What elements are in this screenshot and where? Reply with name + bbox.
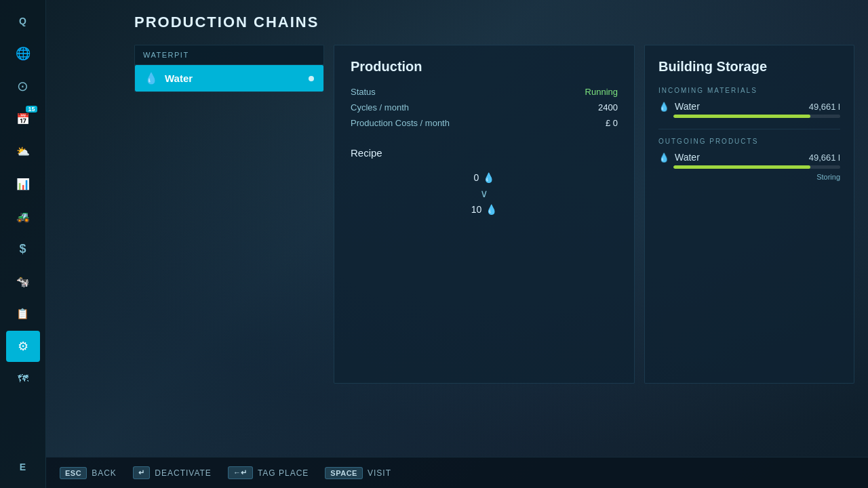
hotkey-visit-label: VISIT — [368, 468, 391, 478]
recipe-area: 0 💧 ∨ 10 💧 — [351, 172, 618, 215]
sidebar-item-cow[interactable]: 🐄 — [6, 266, 40, 297]
incoming-water-name: Water — [675, 101, 804, 112]
chains-list-wrapper: WATERPIT 💧 Water — [134, 45, 324, 92]
left-panel: WATERPIT 💧 Water — [134, 45, 324, 92]
bottom-bar: ESC BACK ↵ DEACTIVATE ←↵ TAG PLACE SPACE… — [46, 457, 868, 488]
hotkey-tag-label: TAG PLACE — [258, 468, 309, 478]
recipe-title: Recipe — [351, 147, 618, 159]
sidebar-item-dollar[interactable]: $ — [6, 233, 40, 264]
hotkey-esc-badge: ESC — [60, 467, 87, 479]
recipe-section: Recipe 0 💧 ∨ 10 💧 — [351, 147, 618, 215]
production-panel: Production Status Running Cycles / month… — [334, 45, 635, 384]
hotkey-back-label: BACK — [92, 468, 117, 478]
hotkey-deactivate-label: DEACTIVATE — [155, 468, 212, 478]
page-title: PRODUCTION CHAINS — [134, 14, 854, 31]
outgoing-water-icon: 💧 — [658, 152, 669, 163]
sidebar: Q 🌐 ⊙ 📅 15 ⛅ 📊 🚜 $ 🐄 📋 ⚙ 🗺 E — [0, 0, 46, 488]
recipe-output-row: 10 💧 — [471, 204, 498, 215]
outgoing-progress-fill — [673, 165, 810, 169]
outgoing-water-amount: 49,661 l — [809, 152, 840, 163]
book-icon: 📋 — [16, 308, 29, 320]
sidebar-item-globe[interactable]: 🌐 — [6, 38, 40, 69]
chains-section-label: WATERPIT — [135, 45, 323, 65]
sidebar-item-e[interactable]: E — [6, 451, 40, 483]
recipe-input-row: 0 💧 — [474, 172, 495, 183]
outgoing-water-row: 💧 Water 49,661 l — [658, 152, 840, 163]
sidebar-item-map[interactable]: 🗺 — [6, 363, 40, 394]
tractor-icon: 🚜 — [16, 210, 30, 223]
cow-icon: 🐄 — [16, 275, 30, 288]
sidebar-item-weather[interactable]: ⛅ — [6, 136, 40, 167]
incoming-water-amount: 49,661 l — [809, 102, 840, 112]
stat-label-cycles: Cycles / month — [351, 102, 409, 113]
incoming-section-label: INCOMING MATERIALS — [658, 87, 840, 94]
hotkey-back[interactable]: ESC BACK — [60, 467, 117, 479]
map-icon: 🗺 — [18, 373, 28, 385]
incoming-water-icon: 💧 — [658, 102, 669, 112]
sidebar-item-steering[interactable]: ⊙ — [6, 70, 40, 102]
stat-row-status: Status Running — [351, 87, 618, 97]
hotkey-deactivate[interactable]: ↵ DEACTIVATE — [133, 466, 212, 479]
calendar-icon: 📅 — [16, 113, 30, 125]
calendar-badge: 15 — [26, 106, 37, 113]
stat-value-cycles: 2400 — [598, 102, 618, 113]
incoming-water-row: 💧 Water 49,661 l — [658, 101, 840, 112]
incoming-water-item: 💧 Water 49,661 l — [658, 101, 840, 118]
hotkey-space-badge: SPACE — [325, 467, 363, 479]
outgoing-water-name: Water — [675, 152, 804, 163]
storage-panel-title: Building Storage — [658, 59, 840, 75]
incoming-progress-bg — [673, 115, 840, 118]
panels-container: WATERPIT 💧 Water Production Status Runni… — [134, 45, 854, 384]
q-icon: Q — [19, 16, 26, 26]
sidebar-item-production[interactable]: ⚙ — [6, 331, 40, 362]
hotkey-leftenter-badge: ←↵ — [228, 466, 253, 479]
water-drop-icon: 💧 — [144, 72, 158, 85]
hotkey-visit[interactable]: SPACE VISIT — [325, 467, 391, 479]
sidebar-item-book[interactable]: 📋 — [6, 298, 40, 329]
recipe-arrow-icon: ∨ — [480, 187, 488, 200]
chain-item-name: Water — [165, 73, 302, 84]
stat-value-status: Running — [585, 87, 618, 97]
incoming-progress-fill — [673, 115, 810, 118]
steering-icon: ⊙ — [17, 78, 28, 94]
chart-icon: 📊 — [16, 178, 30, 190]
stat-label-costs: Production Costs / month — [351, 118, 450, 128]
recipe-output-amount: 10 — [471, 204, 482, 215]
stat-value-costs: £ 0 — [606, 118, 618, 128]
stat-row-costs: Production Costs / month £ 0 — [351, 118, 618, 128]
globe-icon: 🌐 — [16, 46, 31, 61]
recipe-input-amount: 0 — [474, 172, 479, 183]
stat-row-cycles: Cycles / month 2400 — [351, 102, 618, 113]
main-content: PRODUCTION CHAINS WATERPIT 💧 Water Produ… — [46, 0, 868, 488]
recipe-output-icon: 💧 — [486, 204, 497, 215]
weather-icon: ⛅ — [16, 145, 30, 158]
sidebar-item-chart[interactable]: 📊 — [6, 168, 40, 199]
storage-divider — [658, 129, 840, 129]
sidebar-item-calendar[interactable]: 📅 15 — [6, 103, 40, 134]
outgoing-progress-bg — [673, 165, 840, 169]
hotkey-enter-badge: ↵ — [133, 466, 151, 479]
outgoing-sub-label: Storing — [658, 173, 840, 181]
chain-item-dot — [309, 76, 314, 81]
outgoing-section-label: OUTGOING PRODUCTS — [658, 138, 840, 145]
recipe-input-icon: 💧 — [483, 172, 494, 183]
chain-item-water[interactable]: 💧 Water — [135, 65, 323, 92]
sidebar-item-tractor[interactable]: 🚜 — [6, 201, 40, 232]
production-panel-title: Production — [351, 59, 618, 75]
dollar-icon: $ — [19, 242, 26, 256]
outgoing-water-item: 💧 Water 49,661 l Storing — [658, 152, 840, 181]
production-icon: ⚙ — [18, 339, 28, 354]
e-icon: E — [20, 462, 26, 472]
sidebar-item-q[interactable]: Q — [6, 5, 40, 37]
storage-panel: Building Storage INCOMING MATERIALS 💧 Wa… — [644, 45, 854, 384]
stat-label-status: Status — [351, 87, 376, 97]
hotkey-tag-place[interactable]: ←↵ TAG PLACE — [228, 466, 309, 479]
